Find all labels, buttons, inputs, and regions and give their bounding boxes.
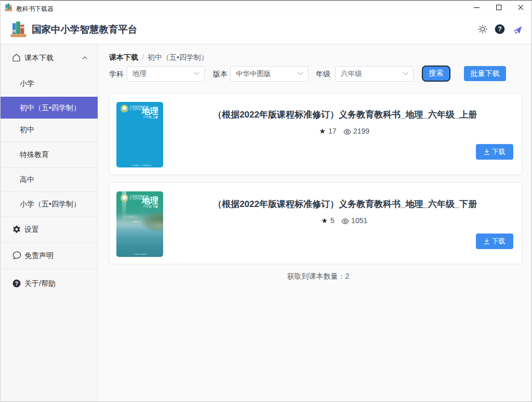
svg-text:?: ?	[498, 25, 502, 33]
svg-text:?: ?	[15, 281, 18, 287]
